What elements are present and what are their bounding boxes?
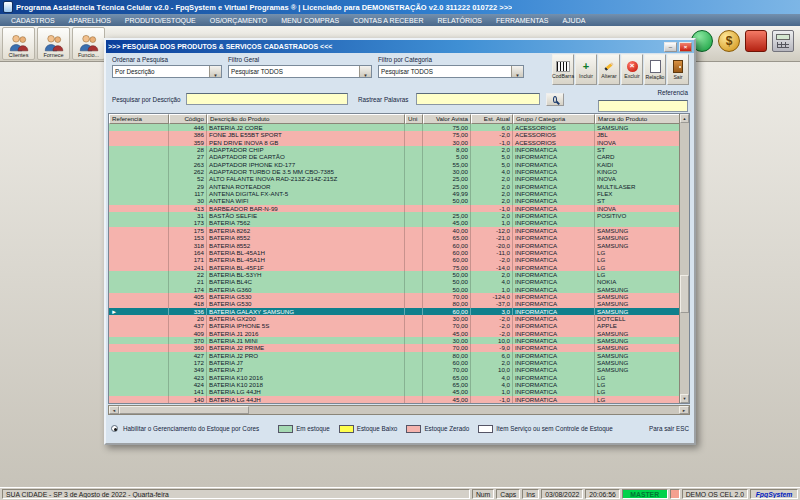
sort-combo-button[interactable] — [209, 66, 221, 77]
table-row[interactable]: 21BATERIA BL4C50,004,0INFORMATICANOKIA — [109, 278, 679, 285]
status-panel: Num — [472, 489, 494, 499]
horizontal-scroll-track[interactable] — [119, 406, 679, 414]
toolbar-button-fornece[interactable]: Fornece — [37, 27, 70, 60]
table-row[interactable]: 405BATERIA G53070,00-124,0INFORMATICASAM… — [109, 293, 679, 300]
table-row[interactable]: 174BATERIA G36050,001,0INFORMATICASAMSUN… — [109, 286, 679, 293]
minimize-icon[interactable] — [664, 42, 677, 52]
menu-item-ajuda[interactable]: AJUDA — [555, 17, 592, 24]
table-row[interactable]: 427BATERIA J2 PRO80,006,0INFORMATICASAMS… — [109, 352, 679, 359]
table-row[interactable]: 164BATERIA BL-45A1H60,00-11,0INFORMATICA… — [109, 249, 679, 256]
table-row[interactable]: 413BARBEADOR BAR-N-99-1,0INFORMATICAINOV… — [109, 205, 679, 212]
green-swatch — [278, 425, 293, 433]
table-row[interactable]: 28ADAPTADOR CHIP8,002,0INFORMATICAST — [109, 146, 679, 153]
table-row[interactable]: 349BATERIA J770,0010,0INFORMATICASAMSUNG — [109, 366, 679, 373]
action-button-label: Excluir — [624, 73, 640, 79]
window-titlebar: Programa Assistência Técnica Celular v2.… — [0, 0, 800, 14]
scroll-right-icon[interactable] — [679, 406, 689, 414]
codbarra-button[interactable]: CodBarra — [552, 54, 574, 85]
table-row[interactable]: 172BATERIA J760,002,0INFORMATICASAMSUNG — [109, 359, 679, 366]
table-row[interactable]: 30ANTENA WIFI50,002,0INFORMATICAST — [109, 197, 679, 204]
table-row[interactable]: ►336BATERIA GALAXY SAMSUNG60,003,0INFORM… — [109, 308, 679, 315]
table-row[interactable]: 52ALTO FALANTE INOVA RAD-213Z-214Z-215Z2… — [109, 175, 679, 182]
sort-combo[interactable]: Por Descrição — [112, 65, 222, 78]
table-row[interactable]: 418BATERIA G53080,00-37,0INFORMATICASAMS… — [109, 300, 679, 307]
reference-input[interactable] — [598, 100, 688, 112]
table-row[interactable]: 31BASTÃO SELFIE25,002,0INFORMATICAPOSITI… — [109, 212, 679, 219]
sort-label: Ordenar a Pesquisa — [112, 56, 168, 63]
table-row[interactable]: 318BATERIA 855260,00-20,0INFORMATICASAMS… — [109, 242, 679, 249]
scroll-up-icon[interactable] — [680, 114, 689, 123]
action-buttons: CodBarraIncluirAlterarExcluirRelaçãoSair — [552, 54, 689, 85]
delete-icon — [627, 61, 638, 72]
table-header: ReferenciaCódigoDescrição do ProdutoUniV… — [109, 114, 679, 124]
excluir-button[interactable]: Excluir — [621, 54, 643, 85]
column-header: Est. Atual — [471, 114, 513, 124]
menu-item-produto-estoque[interactable]: PRODUTO/ESTOQUE — [118, 17, 203, 24]
column-header: Grupo / Categoria — [513, 114, 595, 124]
table-row[interactable]: 171BATERIA BL-45A1H60,00-2,0INFORMATICAL… — [109, 256, 679, 263]
close-icon[interactable] — [679, 42, 692, 52]
menu-item-menu-compras[interactable]: MENU COMPRAS — [274, 17, 346, 24]
table-row[interactable]: 360BATERIA J2 PRIME70,00-9,0INFORMATICAS… — [109, 344, 679, 351]
menu-item-relat-rios[interactable]: RELATÓRIOS — [430, 17, 489, 24]
red-square-icon[interactable] — [745, 30, 767, 52]
table-row[interactable]: 262ADAPTADOR TURBO DE 3.5 MM CBO-738530,… — [109, 168, 679, 175]
table-row[interactable]: 446BATERIA J2 CORE75,006,0ACESSORIOSSAMS… — [109, 124, 679, 131]
table-row[interactable]: 370BATERIA J1 MINI30,0010,0INFORMATICASA… — [109, 337, 679, 344]
status-panel: Caps — [496, 489, 520, 499]
column-header: Marca do Produto — [595, 114, 679, 124]
table-row[interactable]: 27ADAPTADOR DE CARTÃO5,005,0INFORMATICAC… — [109, 153, 679, 160]
table-row[interactable]: 20BATERIA GX20030,00-2,0INFORMATICADOTCE… — [109, 315, 679, 322]
toolbar-button-clientes[interactable]: Clientes — [2, 27, 35, 60]
search-button[interactable] — [546, 93, 564, 106]
table-row[interactable]: 173BATERIA 756245,001,0INFORMATICA — [109, 219, 679, 226]
table-row[interactable]: 141BATERIA LG 44JH45,001,0INFORMATICALG — [109, 388, 679, 395]
vertical-scrollbar[interactable] — [679, 114, 689, 403]
column-header: Referencia — [109, 114, 169, 124]
table-row[interactable]: 241BATERIA BL-45F1F75,00-14,0INFORMATICA… — [109, 264, 679, 271]
rela-o-button[interactable]: Relação — [644, 54, 666, 85]
alterar-button[interactable]: Alterar — [598, 54, 620, 85]
table-row[interactable]: 29ANTENA ROTEADOR25,002,0INFORMATICAMULT… — [109, 183, 679, 190]
general-filter-combo[interactable]: Pesquisar TODOS — [228, 65, 372, 78]
category-filter-combo[interactable]: Pesquisar TODOS — [378, 65, 524, 78]
menu-item-ferramentas[interactable]: FERRAMENTAS — [489, 17, 555, 24]
table-row[interactable]: 175BATERIA 826240,00-12,0INFORMATICASAMS… — [109, 227, 679, 234]
incluir-button[interactable]: Incluir — [575, 54, 597, 85]
dollar-icon[interactable] — [718, 30, 740, 52]
horizontal-scroll-thumb[interactable] — [119, 406, 249, 414]
table-row[interactable]: 437BATERIA IPHONE 5S70,00-2,0INFORMATICA… — [109, 322, 679, 329]
table-row[interactable]: 117ANTENA DIGITAL FX-ANT-549,992,0INFORM… — [109, 190, 679, 197]
toolbar-button-funcio[interactable]: Funcio... — [72, 27, 105, 60]
table-row[interactable]: 409BATERIA J1 201645,00-2,0INFORMATICASA… — [109, 330, 679, 337]
status-panel: FpqSystem — [750, 489, 798, 499]
track-words-input[interactable] — [416, 93, 540, 105]
menu-item-cadastros[interactable]: CADASTROS — [4, 17, 62, 24]
table-row[interactable]: 424BATERIA K10 201865,004,0INFORMATICALG — [109, 381, 679, 388]
calculator-icon[interactable] — [772, 30, 794, 52]
general-filter-combo-button[interactable] — [359, 66, 371, 77]
table-row[interactable]: 22BATERIA BL-53YH50,002,0INFORMATICALG — [109, 271, 679, 278]
menu-bar: CADASTROSAPARELHOSPRODUTO/ESTOQUEOS/ORÇA… — [0, 14, 800, 26]
menu-item-os-or-amento[interactable]: OS/ORÇAMENTO — [203, 17, 274, 24]
table-row[interactable]: 359PEN DRIVE INOVA 8 GB30,00-1,0ACESSORI… — [109, 139, 679, 146]
table-row[interactable]: 386FONE JBL E55BT SPORT75,00-2,0ACESSORI… — [109, 131, 679, 138]
table-row[interactable]: 153BATERIA 855265,00-21,0INFORMATICASAMS… — [109, 234, 679, 241]
search-description-input[interactable] — [186, 93, 348, 105]
table-row[interactable]: 263ADAPTADOR IPHONE KD-17755,005,0INFORM… — [109, 161, 679, 168]
column-header: Uni — [405, 114, 423, 124]
vertical-scroll-track[interactable] — [680, 123, 689, 394]
stock-colors-radio[interactable] — [111, 425, 118, 432]
scroll-left-icon[interactable] — [109, 406, 119, 414]
vertical-scroll-thumb[interactable] — [680, 275, 689, 313]
legend-bar: Habilitar o Gerenciamento do Estoque por… — [111, 422, 689, 435]
horizontal-scrollbar[interactable] — [108, 405, 690, 415]
menu-item-contas-a-receber[interactable]: CONTAS A RECEBER — [346, 17, 430, 24]
category-filter-combo-button[interactable] — [511, 66, 523, 77]
chevron-down-icon — [213, 63, 217, 81]
menu-item-aparelhos[interactable]: APARELHOS — [62, 17, 118, 24]
scroll-down-icon[interactable] — [680, 394, 689, 403]
table-row[interactable]: 423BATERIA K10 201665,004,0INFORMATICALG — [109, 374, 679, 381]
table-row[interactable]: 140BATERIA LG 44JH45,00-1,0INFORMATICALG — [109, 396, 679, 403]
sair-button[interactable]: Sair — [667, 54, 689, 85]
